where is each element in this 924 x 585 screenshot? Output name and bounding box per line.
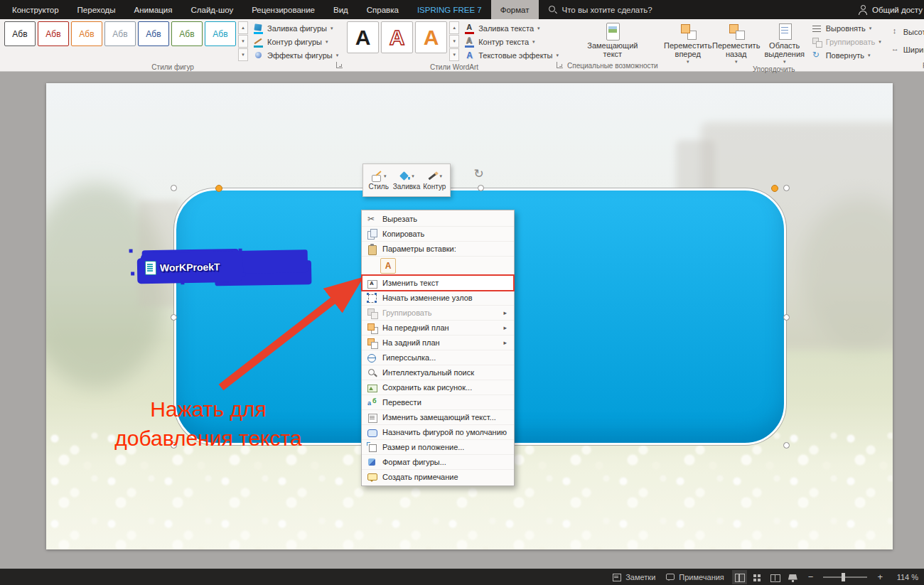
context-menu-item-paste-options[interactable]: Параметры вставки:	[362, 242, 514, 257]
context-menu-item-cut[interactable]: Вырезать	[362, 212, 514, 227]
dialog-launcher-shape-styles[interactable]	[336, 62, 343, 68]
shape-style-sample-6[interactable]: Абв	[171, 21, 203, 46]
context-menu-item-translate[interactable]: Перевести	[362, 395, 514, 410]
context-menu-item-bring-to-front[interactable]: На передний план▸	[362, 321, 514, 336]
ribbon-tab-review[interactable]: Рецензирование	[242, 0, 324, 19]
slide-canvas[interactable]: ↻ WorKProekT Нажать для добавления текст…	[46, 83, 893, 549]
shape-shape-effects-button[interactable]: Эффекты фигуры▾	[250, 49, 341, 62]
context-menu-item-set-default-shape[interactable]: Назначить фигурой по умолчанию	[362, 425, 514, 440]
shape-shape-fill-button[interactable]: Заливка фигуры▾	[250, 22, 341, 35]
context-menu-item-edit-points[interactable]: Начать изменение узлов	[362, 291, 514, 306]
normal-view-button[interactable]	[734, 572, 745, 582]
resize-handle-middle-right[interactable]	[783, 314, 790, 321]
zoom-in-button[interactable]: +	[877, 571, 883, 582]
cut-icon	[367, 214, 377, 225]
context-menu-item-edit-text[interactable]: Изменить текст	[362, 276, 514, 291]
shape-shape-outline-button[interactable]: Контур фигуры▾	[250, 36, 341, 48]
chevron-down-icon: ▾	[532, 39, 535, 45]
context-menu-item-copy[interactable]: Копировать	[362, 227, 514, 242]
smart-lookup-icon	[367, 367, 377, 378]
context-menu-item-size-and-position[interactable]: Размер и положение...	[362, 440, 514, 455]
ribbon-tab-design[interactable]: Конструктор	[3, 0, 68, 19]
zoom-slider-thumb[interactable]	[842, 573, 845, 581]
arrange-rotate-button[interactable]: Повернуть▾	[809, 49, 884, 62]
comments-label: Примечания	[679, 573, 724, 581]
notes-toggle[interactable]: Заметки	[612, 572, 655, 582]
slide-sorter-view-button[interactable]	[752, 572, 763, 582]
gallery-more-icon[interactable]: ▼	[238, 48, 248, 61]
slideshow-view-button[interactable]	[788, 572, 798, 582]
alt-text-label: Замещающий текст	[584, 41, 641, 58]
arrange-align-button[interactable]: Выровнять▾	[809, 22, 884, 35]
paste-option-icon[interactable]: А	[380, 258, 396, 274]
copy-icon	[367, 229, 377, 240]
context-menu-item-send-to-back[interactable]: На задний план▸	[362, 336, 514, 350]
rotate-icon	[812, 50, 822, 61]
arrange-bring-forward-button[interactable]: Переместить вперед▾	[664, 21, 712, 65]
mini-toolbar-outline-button[interactable]: ▾Контур	[421, 166, 448, 195]
resize-handle-bottom-right[interactable]	[783, 442, 790, 449]
context-menu-item-edit-alt-text[interactable]: Изменить замещающий текст...	[362, 410, 514, 425]
ribbon-tab-view[interactable]: Вид	[324, 0, 358, 19]
context-menu-item-smart-lookup[interactable]: Интеллектуальный поиск	[362, 365, 514, 380]
resize-handle-top-left[interactable]	[171, 185, 177, 191]
shape-style-sample-7[interactable]: Абв	[205, 21, 236, 46]
reading-view-button[interactable]	[770, 572, 780, 582]
zoom-percentage[interactable]: 114 %	[893, 573, 918, 581]
resize-handle-top-right[interactable]	[783, 185, 790, 191]
share-button[interactable]: Общий досту	[859, 0, 924, 19]
context-menu-item-new-comment[interactable]: Создать примечание	[362, 470, 514, 484]
ribbon-tab-format[interactable]: Формат	[491, 0, 539, 19]
context-menu-item-format-shape[interactable]: Формат фигуры...	[362, 455, 514, 470]
comments-toggle[interactable]: Примечания	[665, 572, 724, 582]
shape-style-sample-3[interactable]: Абв	[71, 21, 102, 46]
ribbon-tab-help[interactable]: Справка	[358, 0, 408, 19]
adjust-handle-right[interactable]	[771, 185, 778, 192]
wordart-sample-3[interactable]: А	[415, 21, 447, 53]
rotate-handle-icon[interactable]: ↻	[474, 166, 484, 181]
shape-style-sample-1[interactable]: Абв	[4, 21, 36, 46]
edit-points-icon	[367, 293, 377, 304]
context-menu-item-save-as-picture[interactable]: Сохранить как рисунок...	[362, 380, 514, 395]
shape-style-sample-2[interactable]: Абв	[38, 21, 69, 46]
view-switcher	[734, 572, 798, 582]
wordart-text-effects-button[interactable]: Текстовые эффекты▾	[461, 49, 562, 62]
zoom-out-button[interactable]: −	[808, 571, 814, 582]
ribbon-tab-animations[interactable]: Анимация	[125, 0, 182, 19]
status-bar: Заметки Примечания − + 114 %	[0, 569, 924, 585]
context-menu-item-hyperlink[interactable]: Гиперссылка...	[362, 350, 514, 365]
arrange-send-backward-button[interactable]: Переместить назад▾	[712, 21, 761, 65]
ribbon-tab-slideshow[interactable]: Слайд-шоу	[182, 0, 243, 19]
context-menu-item-paste-option-theme[interactable]: А	[362, 257, 514, 276]
ribbon-tab-ispring[interactable]: ISPRING FREE 7	[408, 0, 491, 19]
adjust-handle-left[interactable]	[215, 185, 222, 192]
wordart-sample-1[interactable]: А	[347, 21, 379, 53]
alt-text-button[interactable]: Замещающий текст	[580, 21, 645, 59]
ribbon-tab-transitions[interactable]: Переходы	[68, 0, 125, 19]
shape-outline-icon	[253, 37, 264, 48]
resize-handle-top-middle[interactable]	[478, 185, 484, 191]
tell-me-search[interactable]: Что вы хотите сделать?	[549, 0, 652, 19]
wordart-sample-2[interactable]: А	[381, 21, 413, 53]
group-size: Высота: 10,04 см ▲▼ Ширина: 24,47 см ▲▼ …	[887, 19, 924, 71]
text-fill-icon	[464, 23, 475, 34]
shape-style-sample-5[interactable]: Абв	[138, 21, 169, 46]
gallery-up-icon[interactable]: ▲	[238, 21, 248, 34]
gallery-up-icon[interactable]: ▲	[449, 21, 459, 34]
gallery-down-icon[interactable]: ▼	[238, 35, 248, 48]
mini-toolbar-fill-button[interactable]: ▾Заливка	[392, 166, 420, 195]
chevron-down-icon: ▾	[384, 173, 387, 179]
resize-handle-middle-left[interactable]	[171, 314, 177, 321]
mini-toolbar-style-button[interactable]: ▾Стиль	[365, 166, 392, 195]
zoom-slider[interactable]	[823, 576, 867, 578]
chevron-down-icon: ▾	[412, 173, 414, 179]
shape-style-sample-4[interactable]: Абв	[104, 21, 136, 46]
new-comment-icon	[367, 472, 377, 483]
wordart-text-outline-button[interactable]: Контур текста▾	[461, 36, 562, 48]
gallery-down-icon[interactable]: ▼	[449, 35, 459, 48]
dialog-launcher-wordart[interactable]	[557, 62, 563, 68]
gallery-more-icon[interactable]: ▼	[449, 48, 459, 61]
shape-style-gallery: АбвАбвАбвАбвАбвАбвАбв	[4, 21, 236, 46]
wordart-text-fill-button[interactable]: Заливка текста▾	[461, 22, 562, 35]
arrange-selection-pane-button[interactable]: Область выделения▾	[761, 21, 809, 65]
